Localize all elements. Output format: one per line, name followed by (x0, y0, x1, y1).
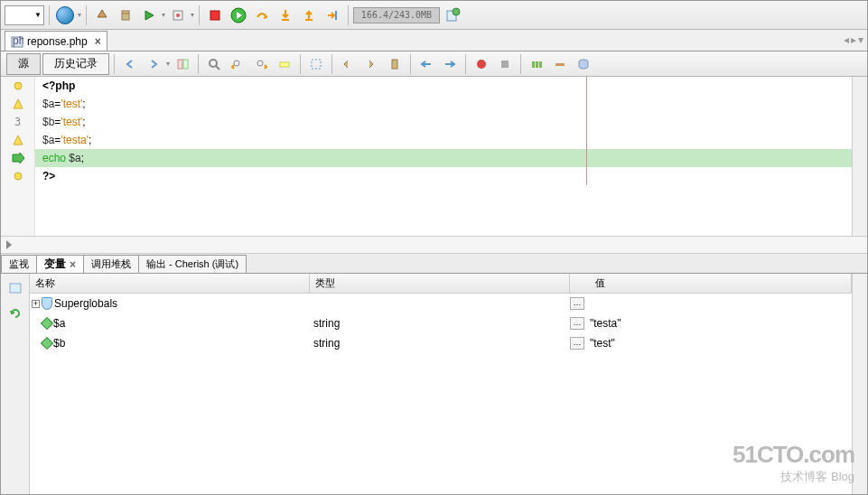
prev-bm-icon[interactable] (337, 53, 359, 75)
next-bm-icon[interactable] (360, 53, 382, 75)
scrollbar[interactable] (852, 274, 867, 494)
col-value[interactable]: 值 (570, 274, 852, 293)
variables-header: 名称 类型 值 (30, 274, 852, 294)
breadcrumb[interactable] (1, 236, 867, 254)
tab-output[interactable]: 输出 - Cherish (调试) (138, 255, 247, 273)
db-icon[interactable] (573, 53, 594, 75)
debug-icon[interactable] (167, 5, 189, 26)
table-row[interactable]: +Superglobals … (30, 294, 852, 313)
shift-right-icon[interactable] (439, 53, 461, 75)
svg-point-27 (14, 82, 22, 89)
diamond-icon (41, 337, 53, 350)
svg-rect-0 (122, 11, 129, 20)
stop-icon[interactable] (204, 5, 226, 26)
panel-refresh-icon[interactable] (5, 303, 26, 324)
find-next-icon[interactable] (250, 53, 272, 75)
run-icon[interactable] (138, 5, 160, 26)
file-tab-reponse[interactable]: php reponse.php × (5, 31, 107, 51)
svg-text:php: php (13, 35, 23, 47)
variables-panel: 名称 类型 值 +Superglobals … $a string …"test… (1, 274, 867, 494)
svg-rect-17 (280, 62, 289, 67)
panel-sidebar (1, 274, 30, 494)
continue-icon[interactable] (228, 5, 249, 26)
tab-list-icon[interactable]: ▾ (858, 33, 863, 46)
editor-tabbar: php reponse.php × ◂ ▸ ▾ (1, 30, 867, 51)
svg-point-20 (477, 60, 486, 69)
shift-left-icon[interactable] (415, 53, 437, 75)
svg-rect-22 (532, 61, 535, 68)
select-rect-icon[interactable] (305, 53, 327, 75)
svg-rect-19 (392, 60, 397, 69)
tab-prev-icon[interactable]: ◂ (844, 33, 849, 46)
svg-rect-6 (305, 19, 313, 21)
toggle-bm-icon[interactable] (384, 53, 406, 75)
hint-icon (13, 171, 23, 182)
file-tab-label: reponse.php (27, 35, 88, 48)
memory-indicator: 166.4/243.0MB (353, 7, 440, 23)
line-number: 3 (1, 113, 34, 131)
warning-icon (13, 98, 23, 109)
col-name[interactable]: 名称 (30, 274, 310, 293)
close-icon[interactable]: × (95, 35, 101, 48)
main-toolbar: ▼ ▾ ▾ ▾ 166.4/243.0MB (1, 1, 867, 30)
svg-rect-21 (501, 61, 509, 68)
ellipsis-button[interactable]: … (570, 317, 584, 330)
svg-point-15 (234, 61, 239, 66)
hint-icon (13, 80, 23, 91)
shield-icon (42, 297, 52, 310)
svg-point-28 (14, 173, 22, 180)
svg-point-2 (176, 14, 180, 17)
code-editor[interactable]: 3 <?php $a='test'; $b='test'; $a='testa'… (1, 77, 867, 236)
step-out-icon[interactable] (298, 5, 320, 26)
tab-variables[interactable]: 变量× (36, 255, 84, 273)
tab-next-icon[interactable]: ▸ (851, 33, 856, 46)
diff-icon[interactable] (172, 53, 193, 75)
gc-icon[interactable] (442, 5, 463, 26)
run-to-cursor-icon[interactable] (322, 5, 343, 26)
tab-nav: ◂ ▸ ▾ (844, 33, 863, 46)
find-sel-icon[interactable] (203, 53, 225, 75)
svg-point-16 (257, 61, 263, 66)
tab-source[interactable]: 源 (6, 53, 41, 75)
svg-rect-23 (536, 61, 538, 68)
col-type[interactable]: 类型 (310, 274, 570, 293)
svg-point-9 (453, 8, 460, 15)
tab-watch[interactable]: 监视 (1, 255, 37, 273)
find-prev-icon[interactable] (227, 53, 248, 75)
ellipsis-button[interactable]: … (570, 297, 584, 310)
clean-icon[interactable] (115, 5, 136, 26)
svg-rect-24 (539, 61, 542, 68)
tab-history[interactable]: 历史记录 (42, 53, 109, 75)
current-line-icon (12, 153, 24, 163)
svg-rect-29 (10, 284, 21, 293)
macro-rec-icon[interactable] (471, 53, 492, 75)
diamond-icon (41, 317, 53, 330)
comment-icon[interactable] (526, 53, 547, 75)
table-row[interactable]: $a string …"testa" (30, 313, 852, 333)
code-text: <?php (42, 79, 75, 92)
tab-callstack[interactable]: 调用堆栈 (83, 255, 139, 273)
step-over-icon[interactable] (251, 5, 273, 26)
expand-icon[interactable]: + (32, 300, 40, 308)
debug-panel-tabs: 监视 变量× 调用堆栈 输出 - Cherish (调试) (1, 254, 867, 274)
svg-rect-12 (178, 60, 182, 69)
panel-action-icon[interactable] (5, 277, 26, 299)
nav-back-icon[interactable] (119, 53, 141, 75)
build-icon[interactable] (91, 5, 113, 26)
ellipsis-button[interactable]: … (570, 337, 584, 350)
highlight-icon[interactable] (274, 53, 295, 75)
macro-stop-icon[interactable] (494, 53, 516, 75)
editor-gutter: 3 (1, 77, 35, 236)
php-file-icon: php (11, 35, 23, 48)
table-row[interactable]: $b string …"test" (30, 333, 852, 353)
close-icon[interactable]: × (70, 258, 76, 271)
svg-rect-18 (312, 60, 321, 69)
scrollbar[interactable] (852, 77, 867, 236)
step-into-icon[interactable] (275, 5, 296, 26)
config-dropdown[interactable]: ▼ (5, 5, 44, 25)
svg-point-14 (210, 60, 217, 67)
nav-fwd-icon[interactable] (143, 53, 164, 75)
svg-rect-5 (282, 19, 289, 21)
globe-icon[interactable] (54, 5, 76, 26)
uncomment-icon[interactable] (549, 53, 571, 75)
